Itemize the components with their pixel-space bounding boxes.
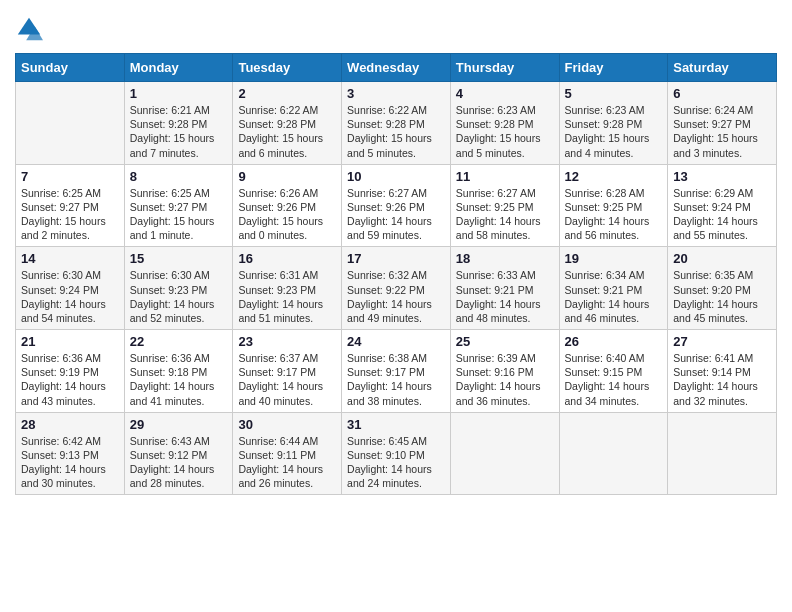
day-cell: 1Sunrise: 6:21 AM Sunset: 9:28 PM Daylig… [124,82,233,165]
day-info: Sunrise: 6:28 AM Sunset: 9:25 PM Dayligh… [565,186,663,243]
day-number: 18 [456,251,554,266]
day-header-monday: Monday [124,54,233,82]
day-info: Sunrise: 6:31 AM Sunset: 9:23 PM Dayligh… [238,268,336,325]
day-number: 17 [347,251,445,266]
day-number: 8 [130,169,228,184]
day-cell: 19Sunrise: 6:34 AM Sunset: 9:21 PM Dayli… [559,247,668,330]
day-number: 24 [347,334,445,349]
day-number: 26 [565,334,663,349]
day-info: Sunrise: 6:36 AM Sunset: 9:18 PM Dayligh… [130,351,228,408]
day-cell: 26Sunrise: 6:40 AM Sunset: 9:15 PM Dayli… [559,330,668,413]
day-cell: 6Sunrise: 6:24 AM Sunset: 9:27 PM Daylig… [668,82,777,165]
day-cell: 8Sunrise: 6:25 AM Sunset: 9:27 PM Daylig… [124,164,233,247]
week-row-2: 7Sunrise: 6:25 AM Sunset: 9:27 PM Daylig… [16,164,777,247]
day-number: 7 [21,169,119,184]
day-cell: 31Sunrise: 6:45 AM Sunset: 9:10 PM Dayli… [342,412,451,495]
day-info: Sunrise: 6:25 AM Sunset: 9:27 PM Dayligh… [21,186,119,243]
day-number: 28 [21,417,119,432]
day-info: Sunrise: 6:30 AM Sunset: 9:24 PM Dayligh… [21,268,119,325]
calendar-table: SundayMondayTuesdayWednesdayThursdayFrid… [15,53,777,495]
day-number: 20 [673,251,771,266]
day-number: 15 [130,251,228,266]
day-number: 9 [238,169,336,184]
day-number: 27 [673,334,771,349]
day-info: Sunrise: 6:30 AM Sunset: 9:23 PM Dayligh… [130,268,228,325]
day-info: Sunrise: 6:27 AM Sunset: 9:25 PM Dayligh… [456,186,554,243]
day-info: Sunrise: 6:21 AM Sunset: 9:28 PM Dayligh… [130,103,228,160]
day-header-friday: Friday [559,54,668,82]
day-cell: 23Sunrise: 6:37 AM Sunset: 9:17 PM Dayli… [233,330,342,413]
logo [15,15,47,43]
day-info: Sunrise: 6:34 AM Sunset: 9:21 PM Dayligh… [565,268,663,325]
day-number: 4 [456,86,554,101]
day-info: Sunrise: 6:35 AM Sunset: 9:20 PM Dayligh… [673,268,771,325]
day-cell: 7Sunrise: 6:25 AM Sunset: 9:27 PM Daylig… [16,164,125,247]
day-number: 19 [565,251,663,266]
day-cell: 17Sunrise: 6:32 AM Sunset: 9:22 PM Dayli… [342,247,451,330]
day-number: 10 [347,169,445,184]
day-cell: 18Sunrise: 6:33 AM Sunset: 9:21 PM Dayli… [450,247,559,330]
logo-icon [15,15,43,43]
day-number: 13 [673,169,771,184]
day-info: Sunrise: 6:37 AM Sunset: 9:17 PM Dayligh… [238,351,336,408]
day-info: Sunrise: 6:38 AM Sunset: 9:17 PM Dayligh… [347,351,445,408]
day-number: 12 [565,169,663,184]
day-cell: 4Sunrise: 6:23 AM Sunset: 9:28 PM Daylig… [450,82,559,165]
day-info: Sunrise: 6:36 AM Sunset: 9:19 PM Dayligh… [21,351,119,408]
day-number: 11 [456,169,554,184]
day-header-tuesday: Tuesday [233,54,342,82]
day-number: 23 [238,334,336,349]
day-cell: 15Sunrise: 6:30 AM Sunset: 9:23 PM Dayli… [124,247,233,330]
day-cell: 28Sunrise: 6:42 AM Sunset: 9:13 PM Dayli… [16,412,125,495]
day-number: 14 [21,251,119,266]
day-cell: 13Sunrise: 6:29 AM Sunset: 9:24 PM Dayli… [668,164,777,247]
day-number: 30 [238,417,336,432]
day-number: 2 [238,86,336,101]
day-cell: 27Sunrise: 6:41 AM Sunset: 9:14 PM Dayli… [668,330,777,413]
day-info: Sunrise: 6:41 AM Sunset: 9:14 PM Dayligh… [673,351,771,408]
day-cell: 20Sunrise: 6:35 AM Sunset: 9:20 PM Dayli… [668,247,777,330]
day-cell: 21Sunrise: 6:36 AM Sunset: 9:19 PM Dayli… [16,330,125,413]
day-info: Sunrise: 6:44 AM Sunset: 9:11 PM Dayligh… [238,434,336,491]
day-cell [450,412,559,495]
day-header-sunday: Sunday [16,54,125,82]
day-cell: 29Sunrise: 6:43 AM Sunset: 9:12 PM Dayli… [124,412,233,495]
day-cell: 10Sunrise: 6:27 AM Sunset: 9:26 PM Dayli… [342,164,451,247]
page-header [15,15,777,43]
day-cell: 9Sunrise: 6:26 AM Sunset: 9:26 PM Daylig… [233,164,342,247]
day-info: Sunrise: 6:23 AM Sunset: 9:28 PM Dayligh… [456,103,554,160]
week-row-3: 14Sunrise: 6:30 AM Sunset: 9:24 PM Dayli… [16,247,777,330]
day-info: Sunrise: 6:32 AM Sunset: 9:22 PM Dayligh… [347,268,445,325]
day-cell: 24Sunrise: 6:38 AM Sunset: 9:17 PM Dayli… [342,330,451,413]
day-number: 25 [456,334,554,349]
day-info: Sunrise: 6:24 AM Sunset: 9:27 PM Dayligh… [673,103,771,160]
day-info: Sunrise: 6:43 AM Sunset: 9:12 PM Dayligh… [130,434,228,491]
day-number: 1 [130,86,228,101]
day-info: Sunrise: 6:22 AM Sunset: 9:28 PM Dayligh… [238,103,336,160]
day-number: 29 [130,417,228,432]
week-row-4: 21Sunrise: 6:36 AM Sunset: 9:19 PM Dayli… [16,330,777,413]
day-info: Sunrise: 6:39 AM Sunset: 9:16 PM Dayligh… [456,351,554,408]
day-number: 31 [347,417,445,432]
day-cell [668,412,777,495]
calendar-header-row: SundayMondayTuesdayWednesdayThursdayFrid… [16,54,777,82]
day-cell: 3Sunrise: 6:22 AM Sunset: 9:28 PM Daylig… [342,82,451,165]
day-cell: 11Sunrise: 6:27 AM Sunset: 9:25 PM Dayli… [450,164,559,247]
week-row-1: 1Sunrise: 6:21 AM Sunset: 9:28 PM Daylig… [16,82,777,165]
day-number: 16 [238,251,336,266]
day-number: 6 [673,86,771,101]
day-info: Sunrise: 6:26 AM Sunset: 9:26 PM Dayligh… [238,186,336,243]
week-row-5: 28Sunrise: 6:42 AM Sunset: 9:13 PM Dayli… [16,412,777,495]
day-cell: 22Sunrise: 6:36 AM Sunset: 9:18 PM Dayli… [124,330,233,413]
day-info: Sunrise: 6:22 AM Sunset: 9:28 PM Dayligh… [347,103,445,160]
day-info: Sunrise: 6:33 AM Sunset: 9:21 PM Dayligh… [456,268,554,325]
day-number: 22 [130,334,228,349]
day-header-thursday: Thursday [450,54,559,82]
day-header-wednesday: Wednesday [342,54,451,82]
day-cell: 14Sunrise: 6:30 AM Sunset: 9:24 PM Dayli… [16,247,125,330]
day-info: Sunrise: 6:40 AM Sunset: 9:15 PM Dayligh… [565,351,663,408]
day-cell: 2Sunrise: 6:22 AM Sunset: 9:28 PM Daylig… [233,82,342,165]
day-cell: 16Sunrise: 6:31 AM Sunset: 9:23 PM Dayli… [233,247,342,330]
day-info: Sunrise: 6:29 AM Sunset: 9:24 PM Dayligh… [673,186,771,243]
day-info: Sunrise: 6:23 AM Sunset: 9:28 PM Dayligh… [565,103,663,160]
